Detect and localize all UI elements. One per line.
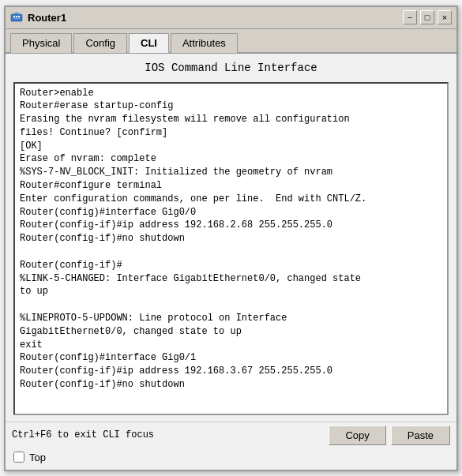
tab-attributes[interactable]: Attributes xyxy=(171,33,238,53)
copy-button[interactable]: Copy xyxy=(329,425,385,445)
svg-rect-2 xyxy=(16,16,17,17)
checkbox-bar: Top xyxy=(6,448,456,470)
tab-bar: Physical Config CLI Attributes xyxy=(6,29,456,54)
cli-buttons: Copy Paste xyxy=(329,425,450,445)
svg-marker-5 xyxy=(13,12,21,14)
svg-rect-3 xyxy=(18,16,20,17)
tab-config[interactable]: Config xyxy=(73,33,127,53)
title-bar-left: Router1 xyxy=(10,11,66,24)
svg-rect-4 xyxy=(13,18,20,19)
top-label[interactable]: Top xyxy=(29,452,46,463)
svg-rect-1 xyxy=(13,16,15,17)
close-button[interactable]: × xyxy=(438,10,452,24)
paste-button[interactable]: Paste xyxy=(391,425,450,445)
main-content: IOS Command Line Interface Router>enable… xyxy=(6,54,456,422)
main-window: Router1 − □ × Physical Config CLI Attrib… xyxy=(4,6,458,471)
title-bar: Router1 − □ × xyxy=(6,7,456,29)
minimize-button[interactable]: − xyxy=(403,10,417,24)
cli-title: IOS Command Line Interface xyxy=(13,60,449,76)
cli-terminal[interactable]: Router>enable Router#erase startup-confi… xyxy=(13,82,449,415)
title-bar-buttons: − □ × xyxy=(403,10,452,24)
bottom-bar: Ctrl+F6 to exit CLI focus Copy Paste xyxy=(6,422,456,448)
app-icon xyxy=(10,11,23,24)
window-title: Router1 xyxy=(28,12,66,24)
tab-physical[interactable]: Physical xyxy=(10,33,72,53)
svg-rect-0 xyxy=(11,14,22,21)
ctrl-hint: Ctrl+F6 to exit CLI focus xyxy=(12,429,154,440)
tab-cli[interactable]: CLI xyxy=(129,33,169,53)
maximize-button[interactable]: □ xyxy=(420,10,434,24)
top-checkbox[interactable] xyxy=(13,452,24,463)
